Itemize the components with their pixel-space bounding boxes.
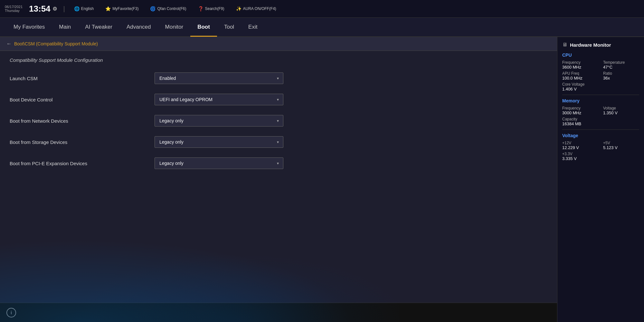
cpu-section: CPU Frequency 3600 MHz Temperature 47°C … — [562, 52, 639, 91]
monitor-icon: 🖥 — [562, 42, 567, 48]
star-icon: ⭐ — [105, 6, 111, 11]
launch-csm-dropdown-wrapper: Enabled Disabled — [155, 72, 283, 84]
toolbar-myfavorite[interactable]: ⭐ MyFavorite(F3) — [103, 5, 141, 12]
boot-from-storage-select[interactable]: Legacy only UEFI only Ignore — [155, 136, 283, 148]
cpu-temp-label: Temperature 47°C — [603, 60, 639, 70]
question-icon: ❓ — [198, 6, 204, 11]
memory-section: Memory Frequency 3000 MHz Voltage 1.350 … — [562, 98, 639, 126]
boot-from-pcie-dropdown-wrapper: Legacy only UEFI only Ignore — [155, 157, 283, 169]
top-toolbar: 06/17/2021 Thursday 13:54 ⚙ | 🌐 English … — [0, 0, 644, 18]
boot-from-network-select[interactable]: Legacy only UEFI only Ignore — [155, 115, 283, 127]
memory-section-title: Memory — [562, 98, 639, 103]
voltage-section: Voltage +12V 12.229 V +5V 5.123 V +3.3V … — [562, 133, 639, 161]
cpu-grid: Frequency 3600 MHz Temperature 47°C APU … — [562, 60, 639, 91]
memory-divider — [562, 129, 639, 130]
hardware-monitor-panel: 🖥 Hardware Monitor CPU Frequency 3600 MH… — [557, 37, 644, 322]
launch-csm-select[interactable]: Enabled Disabled — [155, 72, 283, 84]
cpu-section-title: CPU — [562, 52, 639, 58]
cpu-ratio-label: Ratio 36x — [603, 71, 639, 80]
breadcrumb-text: Boot\CSM (Compatibility Support Module) — [14, 41, 98, 46]
toolbar-english[interactable]: 🌐 English — [71, 5, 96, 12]
globe-icon: 🌐 — [74, 6, 80, 11]
cpu-divider — [562, 95, 639, 95]
setting-row-boot-from-storage: Boot from Storage Devices Legacy only UE… — [10, 135, 547, 149]
nav-my-favorites[interactable]: My Favorites — [6, 17, 52, 37]
settings-area: Compatibility Support Module Configurati… — [0, 51, 557, 184]
setting-row-launch-csm: Launch CSM Enabled Disabled — [10, 71, 547, 86]
hardware-monitor-title: 🖥 Hardware Monitor — [562, 42, 639, 48]
memory-grid: Frequency 3000 MHz Voltage 1.350 V Capac… — [562, 106, 639, 126]
gear-icon[interactable]: ⚙ — [52, 6, 57, 12]
boot-from-storage-label: Boot from Storage Devices — [10, 139, 155, 145]
cpu-apu-freq-label: APU Freq 100.0 MHz — [562, 71, 598, 80]
nav-advanced[interactable]: Advanced — [119, 17, 158, 37]
boot-device-control-dropdown-wrapper: UEFI and Legacy OPROM UEFI only Legacy o… — [155, 94, 283, 105]
cpu-freq-label: Frequency 3600 MHz — [562, 60, 598, 70]
info-bar: i — [0, 303, 557, 322]
boot-device-control-label: Boot Device Control — [10, 97, 155, 102]
nav-exit[interactable]: Exit — [241, 17, 264, 37]
section-title: Compatibility Support Module Configurati… — [10, 57, 547, 63]
day-display: Thursday — [5, 9, 23, 13]
nav-ai-tweaker[interactable]: AI Tweaker — [78, 17, 119, 37]
nav-tool[interactable]: Tool — [217, 17, 241, 37]
date-display: 06/17/2021 — [5, 5, 23, 9]
boot-from-network-label: Boot from Network Devices — [10, 118, 155, 124]
mem-capacity-label: Capacity 16384 MB — [562, 117, 598, 126]
v33-label: +3.3V 3.335 V — [562, 152, 598, 161]
nav-bar: My Favorites Main AI Tweaker Advanced Mo… — [0, 18, 644, 37]
toolbar-aura[interactable]: ✨ AURA ON/OFF(F4) — [233, 5, 279, 12]
toolbar-divider: | — [63, 5, 65, 13]
setting-row-boot-from-pcie: Boot from PCI-E Expansion Devices Legacy… — [10, 156, 547, 171]
aura-icon: ✨ — [236, 6, 242, 11]
boot-from-pcie-select[interactable]: Legacy only UEFI only Ignore — [155, 157, 283, 169]
fan-icon: 🌀 — [150, 6, 156, 11]
boot-from-network-dropdown-wrapper: Legacy only UEFI only Ignore — [155, 115, 283, 127]
setting-row-boot-device-control: Boot Device Control UEFI and Legacy OPRO… — [10, 92, 547, 107]
voltage-grid: +12V 12.229 V +5V 5.123 V +3.3V 3.335 V — [562, 141, 639, 161]
nav-main[interactable]: Main — [52, 17, 78, 37]
datetime-display: 06/17/2021 Thursday — [5, 5, 23, 13]
toolbar-qfan[interactable]: 🌀 Qfan Control(F6) — [147, 5, 189, 12]
launch-csm-label: Launch CSM — [10, 76, 155, 81]
setting-row-boot-from-network: Boot from Network Devices Legacy only UE… — [10, 113, 547, 128]
hardware-monitor-title-text: Hardware Monitor — [570, 42, 611, 48]
main-content: ← Boot\CSM (Compatibility Support Module… — [0, 37, 557, 322]
v12-label: +12V 12.229 V — [562, 141, 598, 150]
mem-freq-label: Frequency 3000 MHz — [562, 106, 598, 115]
voltage-section-title: Voltage — [562, 133, 639, 138]
boot-from-storage-dropdown-wrapper: Legacy only UEFI only Ignore — [155, 136, 283, 148]
boot-device-control-select[interactable]: UEFI and Legacy OPROM UEFI only Legacy o… — [155, 94, 283, 105]
nav-boot[interactable]: Boot — [190, 17, 217, 37]
boot-from-pcie-label: Boot from PCI-E Expansion Devices — [10, 161, 155, 166]
back-arrow-icon[interactable]: ← — [6, 41, 12, 47]
mem-voltage-label: Voltage 1.350 V — [603, 106, 639, 115]
info-icon: i — [6, 308, 16, 317]
toolbar-search[interactable]: ❓ Search(F9) — [195, 5, 227, 12]
time-display: 13:54 ⚙ — [29, 4, 57, 14]
nav-monitor[interactable]: Monitor — [158, 17, 191, 37]
cpu-core-voltage-label: Core Voltage 1.406 V — [562, 82, 598, 91]
content-wrapper: ← Boot\CSM (Compatibility Support Module… — [0, 37, 644, 322]
breadcrumb: ← Boot\CSM (Compatibility Support Module… — [0, 37, 557, 51]
v5-label: +5V 5.123 V — [603, 141, 639, 150]
